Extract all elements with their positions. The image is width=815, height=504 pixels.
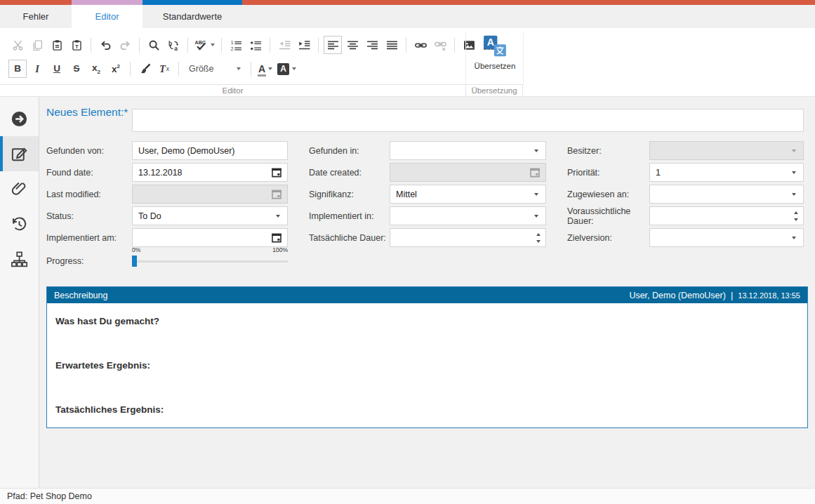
progress-minmax-labels: 0%100% [132,246,288,253]
field-select-zugewiesen-an[interactable] [649,185,804,204]
description-meta: User, Demo (DemoUser) | 13.12.2018, 13:5… [629,290,800,300]
spin-up-icon[interactable] [794,211,798,214]
toolbar-separator [139,38,140,53]
field-select-implementiert-in[interactable] [390,206,546,225]
spinner-buttons[interactable] [536,233,541,243]
translate-button[interactable]: A Übersetzen [468,32,522,84]
calendar-icon [271,189,282,200]
tab-editor[interactable]: Editor [72,5,143,28]
indent-button[interactable] [295,36,313,54]
edit-icon [10,145,29,164]
sidebar-item-attachment[interactable] [0,171,39,206]
spin-down-icon[interactable] [794,218,798,221]
bg-color-button[interactable]: A [276,60,298,78]
hierarchy-icon [10,250,29,269]
description-panel: Beschreibung User, Demo (DemoUser) | 13.… [46,286,808,428]
progress-slider-thumb[interactable] [132,256,137,267]
font-size-label: Größe [189,64,234,74]
italic-button[interactable]: I [28,60,46,78]
select-caret-icon [276,215,280,218]
align-left-button[interactable] [324,36,342,54]
toolbar-separator [187,38,188,53]
field-label-progress: Progress: [46,251,129,270]
field-date-found-date[interactable]: 13.12.2018 [132,163,288,182]
redo-button [116,36,134,54]
field-select-gefunden-in[interactable] [390,141,546,160]
bold-button[interactable]: B [8,60,27,78]
search-icon [148,39,160,51]
align-center-button[interactable] [343,36,362,54]
field-spin-tatsächliche-dauer[interactable] [390,228,546,247]
dropdown-caret-icon [237,67,241,70]
superscript-button[interactable]: x2 [107,60,125,78]
text-color-button[interactable]: A [256,60,274,78]
font-size-button[interactable]: Größe [184,60,246,78]
toolbar-separator [91,38,91,53]
select-caret-icon [534,150,538,152]
dropdown-caret-icon [211,44,215,46]
strikethrough-button[interactable]: S [67,60,86,78]
copy-icon [32,39,44,51]
field-date-last-modified [132,185,288,204]
spin-up-icon[interactable] [536,233,541,236]
tab-fehler[interactable]: Fehler [0,5,72,28]
field-value: 13.12.2018 [138,168,281,178]
status-bar: Pfad: Pet Shop Demo [0,488,815,504]
spin-down-icon[interactable] [536,240,541,243]
description-line: Erwartetes Ergebnis: [55,360,150,371]
format-painter-button[interactable] [135,60,154,78]
field-select-priorität[interactable]: 1 [649,163,804,182]
ordered-list-button[interactable]: 12 [227,36,245,54]
field-text-gefunden-von[interactable]: User, Demo (DemoUser) [132,141,288,160]
cut-button [8,36,27,54]
progress-min-label: 0% [132,246,140,253]
replace-button[interactable]: ba [164,36,183,54]
align-right-button[interactable] [363,36,381,54]
tab-strip-segment [242,0,815,5]
spellcheck-button[interactable]: ABC [193,36,216,54]
sidebar-item-history[interactable] [0,206,39,241]
sidebar [0,97,39,488]
field-label-priorität: Priorität: [567,163,646,182]
field-value: User, Demo (DemoUser) [138,146,281,156]
field-label-last-modified: Last modified: [46,185,129,204]
align-justify-button[interactable] [383,36,401,54]
calendar-icon [271,167,282,178]
translate-icon: A [483,35,507,59]
tab-strip-segment [72,0,143,5]
paste-button[interactable] [48,36,66,54]
tab-standardwerte[interactable]: Standardwerte [143,5,242,28]
field-select-zielversion[interactable] [649,228,804,247]
toolbar-row-2: BIUSx2x2TxGrößeAA [8,59,298,79]
field-date-implementiert-am[interactable] [132,228,288,247]
description-header: Beschreibung User, Demo (DemoUser) | 13.… [47,287,807,303]
field-select-status[interactable]: To Do [132,206,288,225]
translate-button-label: Übersetzen [475,62,516,70]
undo-button[interactable] [96,36,114,54]
search-button[interactable] [145,36,163,54]
tab-strip-segment [143,0,242,5]
sidebar-item-forward-circle[interactable] [0,101,39,136]
new-element-input[interactable] [132,109,804,132]
paste-text-button[interactable]: T [67,36,86,54]
select-caret-icon [792,237,796,239]
copy-button [28,36,46,54]
subscript-button[interactable]: x2 [87,60,105,78]
align-right-icon [366,39,378,51]
field-value: Mittel [396,190,540,199]
toolbar-separator [130,62,131,77]
ribbon-group-divider [523,32,524,84]
dropdown-caret-icon [268,67,272,70]
spinner-buttons[interactable] [794,211,798,221]
sidebar-item-edit[interactable] [0,136,39,171]
link-button[interactable] [411,36,430,54]
redo-icon [119,39,131,51]
bullet-list-button[interactable] [246,36,265,54]
field-spin-voraussichtliche-dauer[interactable] [649,206,804,225]
field-select-signifikanz[interactable]: Mittel [390,185,546,204]
sidebar-item-hierarchy[interactable] [0,241,39,277]
field-label-gefunden-von: Gefunden von: [46,141,129,160]
underline-button[interactable]: U [48,60,66,78]
progress-slider-track[interactable] [132,260,288,263]
clear-format-button[interactable]: Tx [155,60,173,78]
